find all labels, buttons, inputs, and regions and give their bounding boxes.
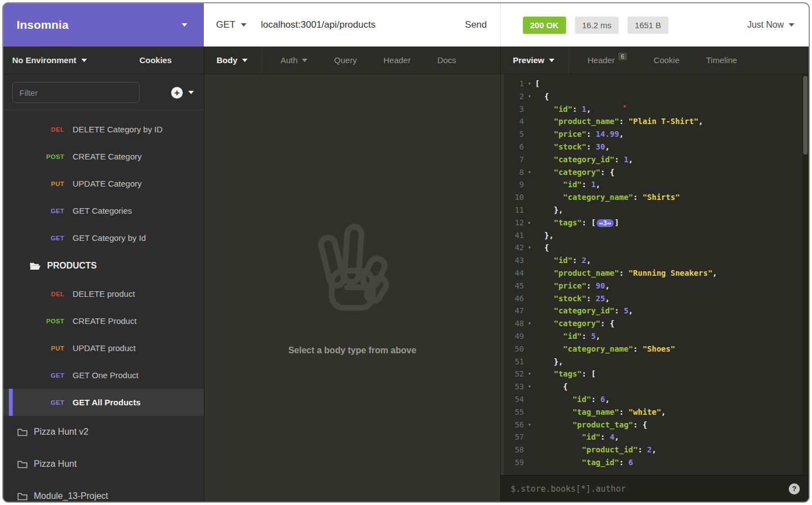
tab-label: Auth — [281, 55, 298, 65]
url-input[interactable] — [261, 19, 465, 30]
fold-spacer — [524, 431, 535, 444]
response-time-badge: 16.2 ms — [575, 17, 619, 34]
folder-item[interactable]: Module_13-Project — [3, 480, 204, 502]
fold-spacer — [524, 191, 535, 204]
code-line: 55 "tag_name": "white", — [504, 406, 809, 419]
code-text: [ — [535, 78, 539, 90]
json-path-input[interactable] — [511, 484, 783, 494]
help-icon[interactable]: ? — [789, 483, 800, 494]
request-item[interactable]: POSTCREATE Category — [3, 143, 204, 170]
code-line: 57 "id": 4, — [504, 431, 809, 444]
cookies-button[interactable]: Cookies — [140, 55, 172, 65]
add-request-button[interactable]: + — [171, 87, 183, 99]
request-label: GET Category by Id — [73, 233, 146, 243]
fold-toggle-icon[interactable]: ▾ — [524, 317, 535, 330]
code-text: { — [535, 90, 549, 103]
fold-spacer — [524, 204, 535, 217]
response-history-dropdown[interactable]: Just Now — [747, 20, 794, 30]
request-item[interactable]: POSTCREATE Product — [3, 307, 204, 334]
request-label: DELETE Category by ID — [73, 125, 163, 134]
request-label: GET All Products — [73, 398, 141, 407]
request-item[interactable]: GETGET Categories — [3, 197, 204, 224]
request-item[interactable]: PUTUPDATE Category — [3, 170, 204, 197]
code-text: "id": 6, — [535, 393, 610, 406]
chevron-down-icon — [81, 59, 87, 62]
request-item[interactable]: GETGET One Product — [3, 362, 204, 389]
code-text: }, — [535, 355, 563, 368]
fold-toggle-icon[interactable]: ▾ — [524, 419, 535, 431]
fold-spacer — [524, 343, 535, 355]
peace-hand-icon — [306, 220, 399, 323]
response-tab-preview[interactable]: Preview — [501, 47, 569, 74]
code-line: 2▾ { — [504, 90, 809, 103]
request-tab-query[interactable]: Query — [321, 47, 370, 74]
fold-pill[interactable]: ↔3↔ — [597, 219, 614, 227]
json-preview[interactable]: 1▾[2▾ {3 "id": 1,4 "product_name": "Plai… — [501, 74, 809, 475]
line-number: 45 — [504, 280, 524, 292]
fold-toggle-icon[interactable]: ▾ — [524, 380, 535, 393]
request-tab-header[interactable]: Header — [370, 47, 424, 74]
request-item[interactable]: GETGET Category by Id — [3, 224, 204, 251]
code-text: "category": { — [535, 166, 614, 179]
chevron-down-icon[interactable] — [188, 91, 194, 94]
request-item[interactable]: DELDELETE Category by ID — [3, 116, 204, 143]
line-number: 11 — [504, 204, 524, 217]
code-text: "tags": [ — [535, 368, 596, 380]
chevron-down-icon — [789, 23, 794, 27]
code-line: 49 "id": 5, — [504, 330, 809, 343]
fold-spacer — [524, 267, 535, 280]
fold-spacer — [524, 292, 535, 305]
scrollbar-thumb[interactable] — [803, 76, 808, 154]
line-number: 56 — [504, 419, 524, 431]
request-item[interactable]: GETGET All Products — [3, 389, 204, 416]
response-tab-header[interactable]: Header6 — [574, 47, 640, 74]
environment-dropdown[interactable]: No Environment — [12, 55, 87, 65]
response-tab-cookie[interactable]: Cookie — [640, 47, 693, 74]
code-line: 9 "id": 1, — [504, 178, 809, 191]
send-button[interactable]: Send — [465, 19, 487, 30]
code-text: }, — [535, 204, 563, 217]
code-text: "tags": [↔3↔] — [535, 217, 619, 229]
fold-toggle-icon[interactable]: ▾ — [524, 368, 535, 380]
response-meta-bar: 200 OK 16.2 ms 1651 B Just Now — [500, 3, 809, 47]
line-number: 7 — [504, 153, 524, 166]
request-label: UPDATE product — [73, 343, 136, 353]
line-number: 6 — [504, 141, 524, 153]
tab-label: Preview — [513, 55, 544, 65]
sidebar: + DELDELETE Category by IDPOSTCREATE Cat… — [3, 74, 204, 502]
chevron-down-icon — [241, 23, 246, 27]
fold-toggle-icon[interactable]: ▾ — [524, 90, 535, 103]
fold-spacer — [524, 330, 535, 343]
request-tab-auth[interactable]: Auth — [268, 47, 321, 74]
request-item[interactable]: PUTUPDATE product — [3, 334, 204, 362]
method-badge: PUT — [3, 181, 64, 187]
fold-toggle-icon[interactable]: ▾ — [524, 166, 535, 179]
response-tab-timeline[interactable]: Timeline — [693, 47, 751, 74]
code-text: "price": 90, — [535, 280, 610, 292]
fold-toggle-icon[interactable]: ▾ — [524, 241, 535, 254]
code-line: 42▾ { — [504, 241, 809, 254]
code-line: 5 "price": 14.99, — [504, 128, 809, 141]
method-dropdown[interactable]: GET — [216, 19, 246, 30]
fold-spacer — [524, 355, 535, 368]
app-header[interactable]: Insomnia — [3, 3, 204, 47]
tab-label: Header — [383, 55, 410, 65]
fold-toggle-icon[interactable]: ▸ — [524, 217, 535, 229]
request-tab-docs[interactable]: Docs — [424, 47, 469, 74]
filter-input[interactable] — [12, 82, 140, 103]
code-line: 53▾ { — [504, 380, 809, 393]
folder-item[interactable]: Pizza Hunt v2 — [3, 416, 204, 448]
code-line: 1▾[ — [504, 78, 809, 90]
code-text: { — [535, 380, 568, 393]
code-line: 8▾ "category": { — [504, 166, 809, 179]
line-number: 5 — [504, 128, 524, 141]
request-tab-body[interactable]: Body — [204, 47, 262, 74]
folder-item[interactable]: Pizza Hunt — [3, 448, 204, 480]
fold-spacer — [524, 444, 535, 456]
fold-spacer — [524, 115, 535, 128]
request-label: GET One Product — [73, 370, 138, 380]
fold-toggle-icon[interactable]: ▾ — [524, 78, 535, 90]
request-label: UPDATE Category — [73, 179, 142, 188]
folder-item-open[interactable]: PRODUCTS — [3, 251, 204, 280]
request-item[interactable]: DELDELETE product — [3, 280, 204, 307]
